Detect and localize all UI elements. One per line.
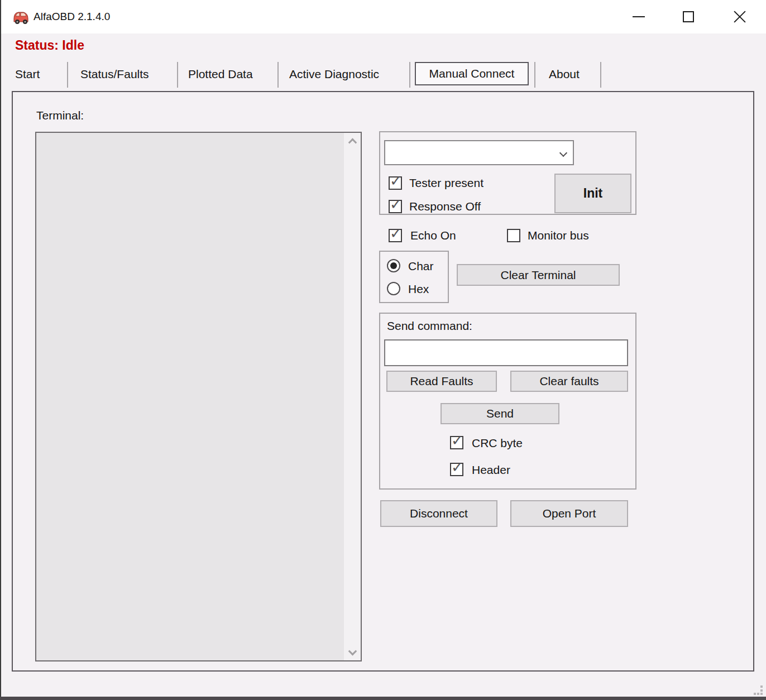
send-command-label: Send command:	[387, 319, 472, 333]
monitor-bus-label[interactable]: Monitor bus	[528, 229, 589, 242]
monitor-bus-checkbox[interactable]: ✓	[507, 229, 520, 242]
minimize-icon	[633, 16, 645, 17]
tab-separator	[600, 62, 601, 88]
tab-separator	[409, 62, 410, 88]
char-radio[interactable]	[387, 259, 400, 272]
chevron-down-icon	[348, 646, 357, 655]
response-off-checkbox[interactable]: ✓	[389, 200, 402, 213]
window-left-edge	[0, 0, 1, 700]
check-icon: ✓	[390, 174, 402, 188]
disconnect-button[interactable]: Disconnect	[380, 500, 497, 527]
car-icon	[12, 8, 30, 25]
echo-on-label[interactable]: Echo On	[410, 229, 456, 242]
tab-separator	[277, 62, 279, 88]
echo-on-checkbox[interactable]: ✓	[389, 229, 402, 242]
check-icon: ✓	[451, 460, 463, 474]
tester-present-label[interactable]: Tester present	[409, 176, 483, 190]
read-faults-button[interactable]: Read Faults	[386, 371, 497, 392]
terminal-output[interactable]	[36, 133, 344, 660]
maximize-button[interactable]	[674, 0, 702, 33]
init-button[interactable]: Init	[554, 174, 631, 213]
manual-connect-panel: Terminal: ✓ Tester present ✓ Response Of…	[12, 91, 754, 672]
check-icon: ✓	[390, 226, 402, 241]
clear-faults-button[interactable]: Clear faults	[510, 371, 628, 392]
char-radio-label[interactable]: Char	[408, 260, 434, 273]
crc-byte-checkbox[interactable]: ✓	[450, 436, 463, 449]
scroll-down-button[interactable]	[344, 645, 361, 660]
window-bottom-edge	[0, 697, 766, 700]
resize-grip[interactable]	[754, 693, 756, 695]
check-icon: ✓	[451, 433, 463, 448]
open-port-button[interactable]: Open Port	[510, 500, 628, 527]
terminal-label: Terminal:	[36, 109, 84, 122]
status-text: Status: Idle	[15, 38, 84, 53]
tab-separator	[534, 62, 535, 88]
tab-status-faults[interactable]: Status/Faults	[80, 63, 149, 86]
check-icon: ✓	[390, 197, 402, 212]
port-combobox[interactable]	[384, 140, 574, 165]
header-label[interactable]: Header	[472, 463, 510, 477]
send-button[interactable]: Send	[441, 403, 559, 424]
send-command-input[interactable]	[384, 339, 628, 366]
close-button[interactable]	[726, 0, 754, 33]
tester-present-checkbox[interactable]: ✓	[389, 176, 402, 190]
hex-radio[interactable]	[387, 282, 400, 295]
chevron-up-icon	[348, 138, 357, 147]
close-icon	[733, 9, 747, 24]
tab-plotted-data[interactable]: Plotted Data	[188, 63, 253, 86]
response-off-label[interactable]: Response Off	[409, 200, 481, 213]
hex-radio-label[interactable]: Hex	[408, 282, 429, 296]
maximize-icon	[683, 11, 694, 22]
tab-active-diagnostic[interactable]: Active Diagnostic	[289, 63, 379, 86]
terminal-box	[35, 132, 362, 661]
header-checkbox[interactable]: ✓	[450, 463, 463, 476]
minimize-button[interactable]	[625, 0, 653, 33]
tab-separator	[177, 62, 178, 88]
chevron-down-icon	[559, 149, 567, 157]
window-title: AlfaOBD 2.1.4.0	[33, 0, 110, 33]
crc-byte-label[interactable]: CRC byte	[472, 437, 523, 450]
app-window: AlfaOBD 2.1.4.0 Status: Idle Start Statu…	[0, 0, 766, 700]
tab-separator	[67, 62, 68, 88]
clear-terminal-button[interactable]: Clear Terminal	[457, 264, 620, 286]
tab-manual-connect[interactable]: Manual Connect	[415, 62, 529, 85]
tab-about[interactable]: About	[549, 63, 580, 86]
terminal-scrollbar[interactable]	[344, 133, 361, 660]
scroll-up-button[interactable]	[344, 133, 361, 148]
title-bar: AlfaOBD 2.1.4.0	[0, 0, 766, 33]
tab-start[interactable]: Start	[15, 63, 40, 86]
